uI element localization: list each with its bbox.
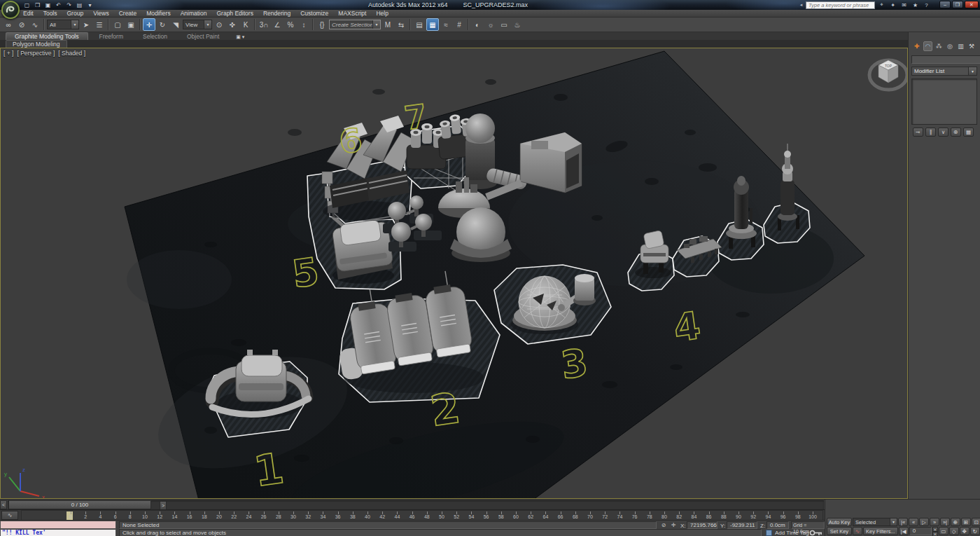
current-frame-field[interactable]: 0 <box>909 527 932 535</box>
close-button[interactable]: ✕ <box>965 1 979 8</box>
percent-snap-toggle-icon[interactable]: % <box>284 18 297 31</box>
menu-maxscript[interactable]: MAXScript <box>333 10 371 17</box>
menu-animation[interactable]: Animation <box>176 10 212 17</box>
communication-center-icon[interactable]: ✉ <box>899 1 909 9</box>
menu-tools[interactable]: Tools <box>38 10 62 17</box>
configure-modifier-sets-button[interactable]: ▦ <box>963 128 974 137</box>
chevron-down-icon[interactable]: ▼ <box>204 20 211 29</box>
open-mini-curve-editor-button[interactable]: ∿ <box>1 511 18 520</box>
maxscript-listener-pane[interactable]: "!! KILL Tex' <box>0 529 116 536</box>
minimize-button[interactable]: – <box>939 1 951 8</box>
project-folder-button[interactable]: ▤ <box>75 1 84 9</box>
align-icon[interactable]: ⇆ <box>395 18 407 31</box>
redo-button[interactable]: ↷ <box>64 1 74 9</box>
absolute-mode-transform-toggle[interactable]: ✛ <box>669 521 678 529</box>
time-slider-handle[interactable]: 0 / 100 <box>8 500 151 509</box>
viewport-general-menu[interactable]: [ + ] <box>4 50 13 57</box>
new-scene-button[interactable]: ▢ <box>22 1 31 9</box>
perspective-viewport[interactable]: [ + ] [ Perspective ] [ Shaded ] <box>0 48 908 499</box>
maxscript-macro-recorder-pane[interactable] <box>0 521 116 529</box>
save-file-button[interactable]: ▣ <box>43 1 52 9</box>
zoom-button[interactable]: ⊕ <box>951 518 960 526</box>
utilities-tab[interactable]: ⚒ <box>967 41 976 51</box>
pan-button[interactable]: ✥ <box>960 527 969 535</box>
rendered-frame-window-icon[interactable]: ▭ <box>498 18 510 31</box>
spinner-snap-toggle-icon[interactable]: ↕ <box>298 18 310 31</box>
selection-filter-dropdown[interactable]: All▼ <box>47 20 79 29</box>
infocenter-back-icon[interactable]: ◂ <box>798 1 804 8</box>
viewcube-top-label[interactable]: TOP <box>885 64 892 68</box>
bind-to-space-warp-icon[interactable]: ∿ <box>29 18 41 31</box>
track-bar-ruler[interactable]: 0246810121416182022242628303234363840424… <box>21 510 823 521</box>
search-icon[interactable]: ⌖ <box>877 1 886 9</box>
key-filters-button[interactable]: Key Filters... <box>863 527 898 535</box>
previous-frame-button[interactable]: « <box>909 518 918 526</box>
menu-views[interactable]: Views <box>88 10 114 17</box>
schematic-view-icon[interactable]: # <box>453 18 465 31</box>
workspace-dropdown[interactable]: ▾ <box>85 1 94 9</box>
snaps-toggle-icon[interactable]: 3∩ <box>258 18 270 31</box>
help-icon[interactable]: ? <box>922 1 931 9</box>
tab-selection[interactable]: Selection <box>134 32 176 40</box>
go-to-end-button[interactable]: »| <box>940 518 950 526</box>
curve-editor-icon[interactable]: ≈ <box>440 18 452 31</box>
auto-key-button[interactable]: Auto Key <box>827 518 852 526</box>
set-key-curve-icon[interactable]: ∿ <box>853 527 862 535</box>
set-keys-button[interactable] <box>809 529 823 536</box>
undo-button[interactable]: ↶ <box>54 1 63 9</box>
go-to-start-frame-button[interactable]: |◀ <box>899 527 909 535</box>
edit-named-selection-sets-icon[interactable]: {} <box>316 18 328 31</box>
angle-snap-toggle-icon[interactable]: ∠ <box>271 18 284 31</box>
menu-group[interactable]: Group <box>62 10 89 17</box>
menu-rendering[interactable]: Rendering <box>258 10 295 17</box>
display-tab[interactable]: ▥ <box>956 41 966 51</box>
viewport-scene[interactable]: 1234567 TOP x y z <box>1 48 907 498</box>
window-crossing-toggle-icon[interactable]: ▣ <box>125 18 137 31</box>
modifier-stack-list[interactable] <box>911 78 977 125</box>
render-production-icon[interactable]: ♨ <box>511 18 524 31</box>
ribbon-overflow-button[interactable]: ▣ ▾ <box>230 34 250 40</box>
key-mode-dropdown[interactable]: Selected ▼ <box>853 518 897 526</box>
object-name-field[interactable] <box>911 55 980 64</box>
motion-tab[interactable]: ◎ <box>945 41 955 51</box>
z-coord-field[interactable]: 0.0cm <box>766 521 789 529</box>
layer-manager-icon[interactable]: ▤ <box>413 18 426 31</box>
application-menu-button[interactable] <box>1 1 20 19</box>
pin-stack-button[interactable]: ⊸ <box>913 128 923 137</box>
zoom-all-button[interactable]: ⊞ <box>961 518 971 526</box>
frame-spinner[interactable]: ▲▼ <box>932 527 938 535</box>
menu-graph-editors[interactable]: Graph Editors <box>211 10 258 17</box>
play-button[interactable]: ▷ <box>919 518 929 526</box>
show-end-result-button[interactable]: ∥ <box>925 128 936 137</box>
menu-create[interactable]: Create <box>114 10 142 17</box>
maximize-button[interactable]: ❐ <box>952 1 963 8</box>
viewport-shading-menu[interactable]: [ Shaded ] <box>58 50 85 57</box>
make-unique-button[interactable]: ∨ <box>938 128 948 137</box>
modify-tab[interactable]: ◠ <box>923 41 933 51</box>
field-of-view-button[interactable]: ◇ <box>949 527 959 535</box>
select-and-manipulate-icon[interactable]: ✜ <box>226 18 239 31</box>
tab-polygon-modeling[interactable]: Polygon Modeling <box>6 40 67 48</box>
set-key-button[interactable]: Set Key <box>827 527 852 535</box>
time-slider-track[interactable]: 0 / 100 > <box>8 500 824 509</box>
select-and-rotate-icon[interactable]: ↻ <box>156 18 169 31</box>
select-by-name-icon[interactable]: ☰ <box>93 18 106 31</box>
subscription-center-icon[interactable]: ✦ <box>888 1 897 9</box>
tab-freeform[interactable]: Freeform <box>91 32 132 40</box>
zoom-region-button[interactable]: ▭ <box>939 527 948 535</box>
mirror-icon[interactable]: M <box>382 18 394 31</box>
unlink-selection-icon[interactable]: ⊘ <box>15 18 28 31</box>
go-to-start-button[interactable]: |« <box>898 518 908 526</box>
menu-customize[interactable]: Customize <box>295 10 333 17</box>
material-editor-icon[interactable]: ◐ <box>471 18 484 31</box>
menu-edit[interactable]: Edit <box>18 10 38 17</box>
search-input[interactable] <box>806 1 875 9</box>
favorites-star-icon[interactable]: ★ <box>911 1 920 9</box>
open-file-button[interactable]: ❒ <box>33 1 42 9</box>
use-pivot-point-center-icon[interactable]: ⊙ <box>213 18 225 31</box>
keyboard-shortcut-override-icon[interactable]: K <box>239 18 252 31</box>
tab-graphite-modeling-tools[interactable]: Graphite Modeling Tools <box>6 32 88 40</box>
orbit-button[interactable]: ↻ <box>970 527 980 535</box>
selection-lock-toggle[interactable]: ⊘ <box>659 521 668 529</box>
x-coord-field[interactable]: 72195.766 <box>687 521 718 529</box>
